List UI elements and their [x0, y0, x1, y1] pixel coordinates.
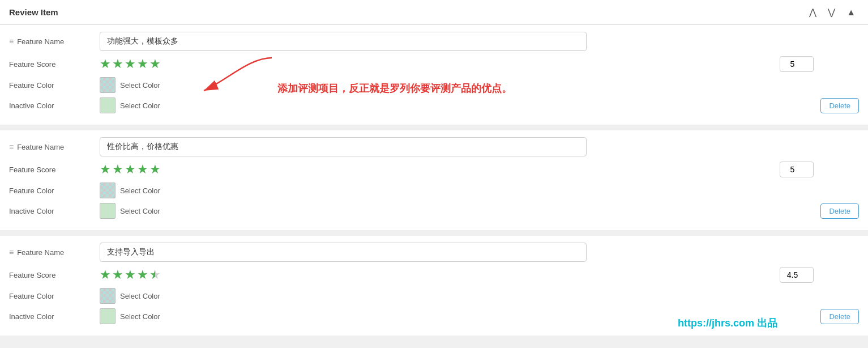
star-2-1[interactable]: ★	[100, 162, 111, 177]
feature-score-row-2: Feature Score ★ ★ ★ ★ ★	[9, 162, 859, 177]
inactive-color-row-1: Inactive Color Select Color Delete	[9, 97, 859, 113]
feature-color-row-2: Feature Color Select Color	[9, 183, 859, 198]
header-up-button[interactable]: ⋀	[806, 6, 820, 19]
score-input-1[interactable]	[780, 56, 814, 72]
feature-color-swatch-1[interactable]	[100, 77, 116, 93]
star-3-3[interactable]: ★	[125, 268, 136, 282]
delete-button-1[interactable]: Delete	[820, 98, 859, 113]
page-wrapper: Review Item ⋀ ⋁ ▲ 添加评测项	[0, 0, 868, 348]
content: 添加评测项目，反正就是罗列你要评测产品的优点。 ≡ Feature Name F…	[0, 25, 868, 336]
feature-name-row-1: ≡ Feature Name	[9, 32, 859, 51]
score-wrapper-2: ★ ★ ★ ★ ★	[100, 162, 859, 177]
stars-3[interactable]: ★ ★ ★ ★ ★	[100, 268, 161, 282]
feature-color-row-1: Feature Color Select Color	[9, 77, 859, 93]
feature-color-label-2: Feature Color	[9, 186, 100, 195]
star-3-1[interactable]: ★	[100, 268, 111, 282]
header-collapse-button[interactable]: ▲	[843, 6, 859, 19]
header-controls: ⋀ ⋁ ▲	[806, 6, 859, 19]
inactive-color-select-1[interactable]: Select Color	[120, 101, 160, 110]
review-item-2: ≡ Feature Name Feature Score ★ ★ ★ ★ ★	[0, 130, 868, 230]
feature-color-select-2[interactable]: Select Color	[120, 186, 160, 195]
inactive-color-select-2[interactable]: Select Color	[120, 207, 160, 215]
score-input-3[interactable]	[780, 267, 814, 283]
feature-name-label-3: ≡ Feature Name	[9, 248, 100, 257]
feature-color-select-3[interactable]: Select Color	[120, 292, 160, 300]
inactive-color-select-3[interactable]: Select Color	[120, 312, 160, 321]
header-down-button[interactable]: ⋁	[824, 6, 839, 19]
star-3-4[interactable]: ★	[137, 268, 148, 282]
feature-color-swatch-3[interactable]	[100, 288, 116, 304]
inactive-color-swatch-3[interactable]	[100, 308, 116, 324]
review-item-1: 添加评测项目，反正就是罗列你要评测产品的优点。 ≡ Feature Name F…	[0, 25, 868, 125]
star-2-2[interactable]: ★	[112, 162, 123, 177]
feature-score-label-3: Feature Score	[9, 271, 100, 279]
inactive-color-label-2: Inactive Color	[9, 207, 100, 215]
star-1-4[interactable]: ★	[137, 57, 148, 71]
feature-name-input-1[interactable]	[100, 32, 587, 51]
drag-icon-3[interactable]: ≡	[9, 248, 14, 257]
star-1-1[interactable]: ★	[100, 57, 111, 71]
drag-icon-2[interactable]: ≡	[9, 142, 14, 151]
inactive-color-label-3: Inactive Color	[9, 312, 100, 321]
star-3-5[interactable]: ★	[149, 268, 161, 282]
star-1-5[interactable]: ★	[149, 57, 161, 71]
feature-name-input-2[interactable]	[100, 137, 587, 156]
delete-button-2[interactable]: Delete	[820, 203, 859, 219]
feature-name-label-2: ≡ Feature Name	[9, 142, 100, 151]
star-2-3[interactable]: ★	[125, 162, 136, 177]
feature-score-row-3: Feature Score ★ ★ ★ ★ ★	[9, 268, 859, 282]
feature-color-label-1: Feature Color	[9, 81, 100, 90]
review-item-3: ≡ Feature Name Feature Score ★ ★ ★ ★	[0, 236, 868, 336]
score-wrapper-3: ★ ★ ★ ★ ★	[100, 268, 859, 282]
divider-1	[0, 126, 868, 130]
feature-name-row-2: ≡ Feature Name	[9, 137, 859, 156]
feature-color-select-1[interactable]: Select Color	[120, 81, 160, 90]
header-title: Review Item	[9, 7, 58, 17]
divider-2	[0, 231, 868, 236]
feature-color-row-3: Feature Color Select Color	[9, 288, 859, 304]
inactive-color-row-3: Inactive Color Select Color https://jhrs…	[9, 308, 859, 324]
star-2-5[interactable]: ★	[149, 162, 161, 177]
feature-score-row-1: Feature Score ★ ★ ★ ★ ★	[9, 57, 859, 71]
feature-score-label-1: Feature Score	[9, 60, 100, 69]
watermark: https://jhrs.com 出品	[678, 316, 777, 330]
inactive-color-row-2: Inactive Color Select Color Delete	[9, 203, 859, 219]
feature-score-label-2: Feature Score	[9, 165, 100, 174]
inactive-color-swatch-1[interactable]	[100, 97, 116, 113]
star-3-2[interactable]: ★	[112, 268, 123, 282]
drag-icon-1[interactable]: ≡	[9, 37, 14, 46]
feature-name-label-1: ≡ Feature Name	[9, 37, 100, 46]
feature-color-swatch-2[interactable]	[100, 183, 116, 198]
feature-name-input-3[interactable]	[100, 243, 587, 262]
star-1-2[interactable]: ★	[112, 57, 123, 71]
inactive-color-label-1: Inactive Color	[9, 101, 100, 110]
score-input-2[interactable]	[780, 162, 814, 177]
feature-name-row-3: ≡ Feature Name	[9, 243, 859, 262]
feature-color-label-3: Feature Color	[9, 292, 100, 300]
star-2-4[interactable]: ★	[137, 162, 148, 177]
inactive-color-swatch-2[interactable]	[100, 203, 116, 219]
star-1-3[interactable]: ★	[125, 57, 136, 71]
header: Review Item ⋀ ⋁ ▲	[0, 0, 868, 25]
stars-1[interactable]: ★ ★ ★ ★ ★	[100, 57, 161, 71]
delete-button-3[interactable]: Delete	[820, 309, 859, 324]
stars-2[interactable]: ★ ★ ★ ★ ★	[100, 162, 161, 177]
score-wrapper-1: ★ ★ ★ ★ ★	[100, 57, 859, 71]
